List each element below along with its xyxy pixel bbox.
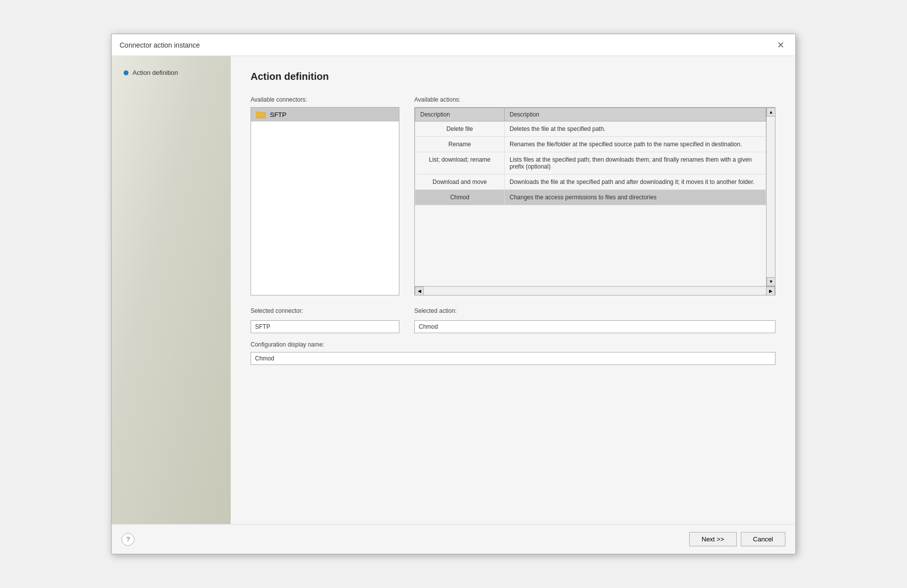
action-name: Rename xyxy=(415,137,505,152)
folder-icon xyxy=(256,111,266,118)
connector-item-sftp[interactable]: SFTP xyxy=(251,108,399,121)
connectors-section: Available connectors: SFTP xyxy=(251,96,399,295)
selected-connector-group: Selected connector: xyxy=(251,307,399,333)
vertical-scrollbar: ▲ ▼ xyxy=(766,108,775,286)
table-row[interactable]: Chmod Changes the access permissions to … xyxy=(415,190,766,205)
col-header-name: Description xyxy=(415,108,505,121)
connectors-list[interactable]: SFTP xyxy=(251,107,399,295)
action-name: Chmod xyxy=(415,190,505,205)
dialog-body: Action definition Action definition Avai… xyxy=(112,56,795,524)
connectors-label: Available connectors: xyxy=(251,96,399,103)
scroll-up-button[interactable]: ▲ xyxy=(767,108,775,117)
action-description: Deletes the file at the specified path. xyxy=(505,121,766,137)
selected-action-label: Selected action: xyxy=(414,307,776,314)
action-description: Lists files at the specified path; then … xyxy=(505,152,766,175)
actions-label: Available actions: xyxy=(414,96,776,103)
config-name-label: Configuration display name: xyxy=(251,341,776,348)
scroll-track xyxy=(767,117,775,277)
svg-rect-2 xyxy=(256,113,265,118)
table-scroll-area: Description Description Delete file Dele… xyxy=(415,108,766,286)
dialog-footer: ? Next >> Cancel xyxy=(112,524,795,554)
action-description: Changes the access permissions to files … xyxy=(505,190,766,205)
col-header-desc: Description xyxy=(505,108,766,121)
close-button[interactable]: ✕ xyxy=(774,40,787,51)
selected-action-input[interactable] xyxy=(414,320,776,333)
actions-table: Description Description Delete file Dele… xyxy=(415,108,766,205)
selected-action-group: Selected action: xyxy=(414,307,776,333)
sidebar: Action definition xyxy=(112,56,231,524)
footer-left: ? xyxy=(122,533,134,546)
table-row[interactable]: Download and move Downloads the file at … xyxy=(415,175,766,190)
sidebar-item-label: Action definition xyxy=(132,69,178,76)
cancel-button[interactable]: Cancel xyxy=(741,532,785,546)
horizontal-scrollbar: ◀ ▶ xyxy=(415,286,775,295)
sidebar-bullet xyxy=(124,70,129,75)
next-button[interactable]: Next >> xyxy=(689,532,737,546)
help-button[interactable]: ? xyxy=(122,533,134,546)
scroll-right-button[interactable]: ▶ xyxy=(766,287,775,295)
table-row[interactable]: Delete file Deletes the file at the spec… xyxy=(415,121,766,137)
selected-fields-row: Selected connector: Selected action: xyxy=(251,307,776,333)
action-name: Delete file xyxy=(415,121,505,137)
actions-table-wrapper: Description Description Delete file Dele… xyxy=(414,107,776,295)
config-name-input[interactable] xyxy=(251,352,776,365)
action-description: Downloads the file at the specified path… xyxy=(505,175,766,190)
table-row[interactable]: List; download; rename Lists files at th… xyxy=(415,152,766,175)
main-content: Action definition Available connectors: xyxy=(231,56,795,524)
bottom-fields: Selected connector: Selected action: Con… xyxy=(251,307,776,365)
action-name: List; download; rename xyxy=(415,152,505,175)
action-name: Download and move xyxy=(415,175,505,190)
selected-connector-label: Selected connector: xyxy=(251,307,399,314)
two-column-layout: Available connectors: SFTP xyxy=(251,96,776,295)
page-title: Action definition xyxy=(251,71,776,82)
dialog-title: Connector action instance xyxy=(120,41,200,49)
dialog-window: Connector action instance ✕ Action defin… xyxy=(111,34,796,554)
action-description: Renames the file/folder at the specified… xyxy=(505,137,766,152)
title-bar: Connector action instance ✕ xyxy=(112,34,795,56)
table-with-scrollbar: Description Description Delete file Dele… xyxy=(415,108,775,286)
scroll-left-button[interactable]: ◀ xyxy=(415,287,424,295)
table-row[interactable]: Rename Renames the file/folder at the sp… xyxy=(415,137,766,152)
config-name-group: Configuration display name: xyxy=(251,341,776,365)
selected-connector-input[interactable] xyxy=(251,320,399,333)
actions-section: Available actions: Description Descripti… xyxy=(414,96,776,295)
scroll-down-button[interactable]: ▼ xyxy=(767,277,775,286)
sidebar-item-action-definition[interactable]: Action definition xyxy=(120,66,223,79)
connector-name: SFTP xyxy=(270,111,286,118)
footer-right: Next >> Cancel xyxy=(689,532,785,546)
hscroll-track xyxy=(424,287,766,295)
